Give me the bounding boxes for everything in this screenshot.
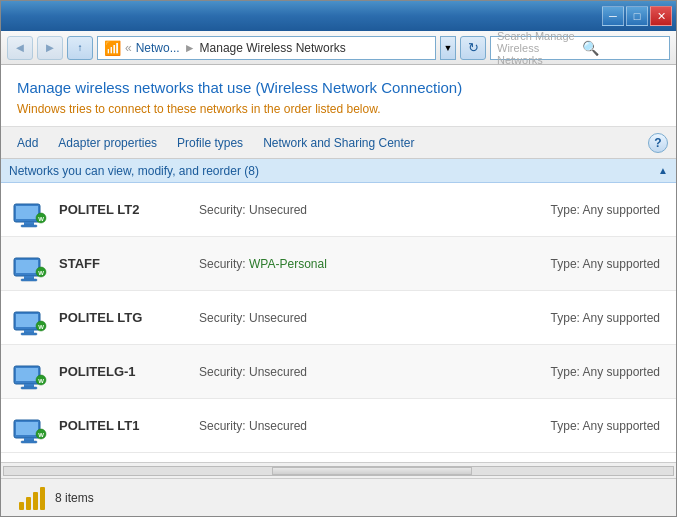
status-bar: 8 items: [1, 478, 676, 516]
main-window: ─ □ ✕ ◄ ► ↑ 📶 « Netwo... ► Manage Wirele…: [0, 0, 677, 517]
network-name: POLITEL LT2: [59, 202, 189, 217]
network-name: POLITEL LT1: [59, 418, 189, 433]
list-header-arrow: ▲: [658, 165, 668, 176]
h-scroll-track: [3, 466, 674, 476]
address-dropdown[interactable]: ▼: [440, 36, 456, 60]
svg-rect-13: [16, 314, 38, 327]
add-button[interactable]: Add: [9, 132, 46, 154]
network-type: Type: Any supported: [508, 419, 668, 433]
refresh-button[interactable]: ↻: [460, 36, 486, 60]
network-icon: W: [9, 352, 49, 392]
adapter-properties-button[interactable]: Adapter properties: [50, 132, 165, 154]
svg-rect-9: [21, 279, 37, 281]
maximize-button[interactable]: □: [626, 6, 648, 26]
network-type: Type: Any supported: [508, 311, 668, 325]
profile-types-button[interactable]: Profile types: [169, 132, 251, 154]
network-security: Security: Unsecured: [199, 311, 498, 325]
svg-rect-19: [16, 368, 38, 381]
forward-button[interactable]: ►: [37, 36, 63, 60]
network-security: Security: WPA-Personal: [199, 257, 498, 271]
minimize-button[interactable]: ─: [602, 6, 624, 26]
svg-text:W: W: [38, 378, 44, 384]
svg-rect-33: [40, 487, 45, 510]
page-title: Manage wireless networks that use (Wirel…: [17, 79, 660, 96]
toolbar: Add Adapter properties Profile types Net…: [1, 127, 676, 159]
svg-rect-30: [19, 502, 24, 510]
list-item[interactable]: W POLITEL LT1Security: UnsecuredType: An…: [1, 399, 676, 453]
list-item[interactable]: W POLITEL LTGSecurity: UnsecuredType: An…: [1, 291, 676, 345]
svg-text:W: W: [38, 432, 44, 438]
list-area: Networks you can view, modify, and reord…: [1, 159, 676, 478]
network-security: Security: Unsecured: [199, 365, 498, 379]
network-icon: 📶: [104, 40, 121, 56]
page-subtitle: Windows tries to connect to these networ…: [17, 102, 660, 116]
network-name: POLITEL LTG: [59, 310, 189, 325]
breadcrumb-arrow: ►: [184, 41, 196, 55]
list-item[interactable]: W STAFFSecurity: WPA-PersonalType: Any s…: [1, 237, 676, 291]
network-list[interactable]: W POLITEL LT2Security: UnsecuredType: An…: [1, 183, 676, 462]
up-button[interactable]: ↑: [67, 36, 93, 60]
content-area: Manage wireless networks that use (Wirel…: [1, 65, 676, 516]
horizontal-scrollbar[interactable]: [1, 462, 676, 478]
network-name: STAFF: [59, 256, 189, 271]
status-count: 8 items: [55, 491, 94, 505]
network-icon: W: [9, 244, 49, 284]
status-icon: [17, 484, 45, 512]
breadcrumb-bar: 📶 « Netwo... ► Manage Wireless Networks: [97, 36, 436, 60]
svg-rect-20: [24, 384, 34, 387]
h-scroll-thumb: [272, 467, 473, 475]
back-button[interactable]: ◄: [7, 36, 33, 60]
svg-text:W: W: [38, 270, 44, 276]
network-icon: W: [9, 406, 49, 446]
search-placeholder[interactable]: Search Manage Wireless Networks: [497, 30, 578, 66]
svg-rect-8: [24, 276, 34, 279]
svg-rect-25: [16, 422, 38, 435]
svg-rect-31: [26, 497, 31, 510]
svg-rect-15: [21, 333, 37, 335]
address-bar: ◄ ► ↑ 📶 « Netwo... ► Manage Wireless Net…: [1, 31, 676, 65]
list-header-text: Networks you can view, modify, and reord…: [9, 164, 259, 178]
network-security: Security: Unsecured: [199, 203, 498, 217]
svg-rect-1: [16, 206, 38, 219]
svg-text:W: W: [38, 324, 44, 330]
network-name: POLITELG-1: [59, 364, 189, 379]
svg-rect-26: [24, 438, 34, 441]
search-bar: Search Manage Wireless Networks 🔍: [490, 36, 670, 60]
svg-rect-32: [33, 492, 38, 510]
svg-text:W: W: [38, 216, 44, 222]
breadcrumb-netwo[interactable]: Netwo...: [136, 41, 180, 55]
title-bar: ─ □ ✕: [1, 1, 676, 31]
svg-rect-3: [21, 225, 37, 227]
network-icon: W: [9, 190, 49, 230]
list-item[interactable]: W POLITEL LT2Security: UnsecuredType: An…: [1, 183, 676, 237]
network-type: Type: Any supported: [508, 257, 668, 271]
network-type: Type: Any supported: [508, 365, 668, 379]
breadcrumb-current: Manage Wireless Networks: [200, 41, 346, 55]
page-header: Manage wireless networks that use (Wirel…: [1, 65, 676, 127]
svg-rect-7: [16, 260, 38, 273]
search-icon[interactable]: 🔍: [582, 40, 663, 56]
svg-rect-2: [24, 222, 34, 225]
svg-rect-21: [21, 387, 37, 389]
breadcrumb-sep1: «: [125, 41, 132, 55]
list-header: Networks you can view, modify, and reord…: [1, 159, 676, 183]
network-type: Type: Any supported: [508, 203, 668, 217]
svg-rect-14: [24, 330, 34, 333]
svg-rect-27: [21, 441, 37, 443]
help-button[interactable]: ?: [648, 133, 668, 153]
network-icon: W: [9, 298, 49, 338]
sharing-center-button[interactable]: Network and Sharing Center: [255, 132, 422, 154]
close-button[interactable]: ✕: [650, 6, 672, 26]
network-security: Security: Unsecured: [199, 419, 498, 433]
list-item[interactable]: W POLITELG-1Security: UnsecuredType: Any…: [1, 345, 676, 399]
title-bar-controls: ─ □ ✕: [602, 6, 672, 26]
